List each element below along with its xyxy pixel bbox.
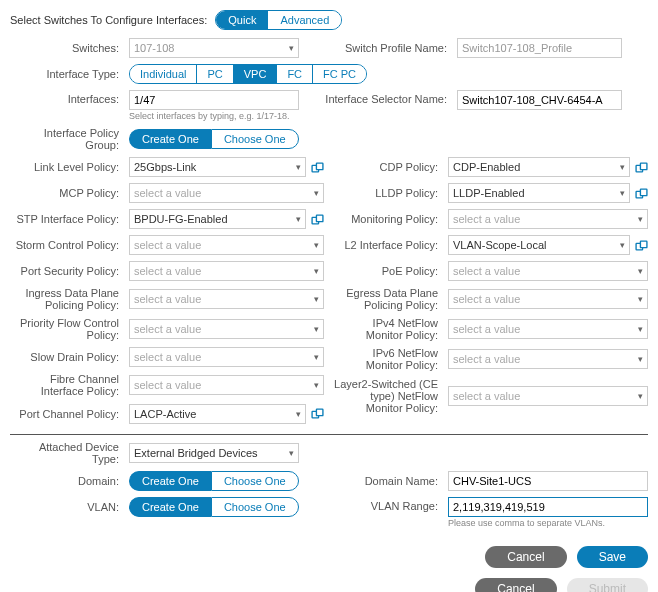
portsec-label: Port Security Policy: <box>10 265 125 277</box>
switches-select[interactable]: 107-108▾ <box>129 38 299 58</box>
egress-label: Egress Data Plane Policing Policy: <box>334 287 444 311</box>
l2nf-select[interactable]: select a value▾ <box>448 386 648 406</box>
chevron-down-icon: ▾ <box>314 380 319 390</box>
mode-advanced[interactable]: Advanced <box>268 11 341 29</box>
monitoring-label: Monitoring Policy: <box>334 213 444 225</box>
domain-choose-one[interactable]: Choose One <box>211 471 299 491</box>
monitoring-select[interactable]: select a value▾ <box>448 209 648 229</box>
chevron-down-icon: ▾ <box>314 188 319 198</box>
link-icon[interactable] <box>310 160 324 174</box>
interfaces-label: Interfaces: <box>10 90 125 105</box>
placeholder-text: select a value <box>134 293 201 305</box>
chevron-down-icon: ▾ <box>314 324 319 334</box>
link-icon[interactable] <box>310 407 324 421</box>
interfaces-input[interactable] <box>129 90 299 110</box>
ipv4nf-select[interactable]: select a value▾ <box>448 319 648 339</box>
devtype-label: Attached Device Type: <box>10 441 125 465</box>
devtype-select[interactable]: External Bridged Devices▾ <box>129 443 299 463</box>
placeholder-text: select a value <box>134 379 201 391</box>
chevron-down-icon: ▾ <box>638 214 643 224</box>
lldp-select[interactable]: LLDP-Enabled▾ <box>448 183 630 203</box>
vlan-create-one[interactable]: Create One <box>129 497 211 517</box>
mode-toggle[interactable]: Quick Advanced <box>215 10 342 30</box>
chevron-down-icon: ▾ <box>314 240 319 250</box>
devtype-value: External Bridged Devices <box>134 447 258 459</box>
l2-select[interactable]: VLAN-Scope-Local▾ <box>448 235 630 255</box>
vlan-range-label: VLAN Range: <box>334 497 444 512</box>
link-level-label: Link Level Policy: <box>10 161 125 173</box>
portchannel-select[interactable]: LACP-Active▾ <box>129 404 306 424</box>
ingress-label: Ingress Data Plane Policing Policy: <box>10 287 125 311</box>
chevron-down-icon: ▾ <box>289 43 294 53</box>
placeholder-text: select a value <box>453 213 520 225</box>
ipg-label: Interface Policy Group: <box>10 127 125 151</box>
svg-rect-9 <box>640 189 647 196</box>
ipv4nf-label: IPv4 NetFlow Monitor Policy: <box>334 317 444 341</box>
mcp-select[interactable]: select a value▾ <box>129 183 324 203</box>
poe-select[interactable]: select a value▾ <box>448 261 648 281</box>
header-title: Select Switches To Configure Interfaces: <box>10 14 207 26</box>
cdp-label: CDP Policy: <box>334 161 444 173</box>
ipg-choose-one[interactable]: Choose One <box>211 129 299 149</box>
domain-label: Domain: <box>10 475 125 487</box>
stp-label: STP Interface Policy: <box>10 213 125 225</box>
poe-label: PoE Policy: <box>334 265 444 277</box>
iftype-individual[interactable]: Individual <box>130 65 197 83</box>
vlan-range-input[interactable] <box>448 497 648 517</box>
fc-select[interactable]: select a value▾ <box>129 375 324 395</box>
iftype-vpc[interactable]: VPC <box>234 65 278 83</box>
portchannel-label: Port Channel Policy: <box>10 408 125 420</box>
chevron-down-icon: ▾ <box>314 266 319 276</box>
portchannel-value: LACP-Active <box>134 408 196 420</box>
ipg-create-one[interactable]: Create One <box>129 129 211 149</box>
pfc-select[interactable]: select a value▾ <box>129 319 324 339</box>
cdp-value: CDP-Enabled <box>453 161 520 173</box>
cdp-select[interactable]: CDP-Enabled▾ <box>448 157 630 177</box>
lldp-label: LLDP Policy: <box>334 187 444 199</box>
inner-cancel-button[interactable]: Cancel <box>485 546 566 568</box>
storm-label: Storm Control Policy: <box>10 239 125 251</box>
chevron-down-icon: ▾ <box>620 188 625 198</box>
link-icon[interactable] <box>634 238 648 252</box>
chevron-down-icon: ▾ <box>314 294 319 304</box>
iftype-fcpc[interactable]: FC PC <box>313 65 366 83</box>
placeholder-text: select a value <box>134 323 201 335</box>
chevron-down-icon: ▾ <box>314 352 319 362</box>
placeholder-text: select a value <box>453 353 520 365</box>
stp-select[interactable]: BPDU-FG-Enabled▾ <box>129 209 306 229</box>
save-button[interactable]: Save <box>577 546 648 568</box>
placeholder-text: select a value <box>134 239 201 251</box>
link-level-select[interactable]: 25Gbps-Link▾ <box>129 157 306 177</box>
vlan-label: VLAN: <box>10 501 125 513</box>
lldp-value: LLDP-Enabled <box>453 187 525 199</box>
domain-name-input[interactable] <box>448 471 648 491</box>
mcp-label: MCP Policy: <box>10 187 125 199</box>
iftype-segmented[interactable]: Individual PC VPC FC FC PC <box>129 64 367 84</box>
chevron-down-icon: ▾ <box>620 240 625 250</box>
placeholder-text: select a value <box>134 351 201 363</box>
iftype-pc[interactable]: PC <box>197 65 233 83</box>
ifsel-input[interactable] <box>457 90 622 110</box>
ingress-select[interactable]: select a value▾ <box>129 289 324 309</box>
vlan-choose-one[interactable]: Choose One <box>211 497 299 517</box>
link-icon[interactable] <box>634 186 648 200</box>
link-icon[interactable] <box>310 212 324 226</box>
outer-cancel-button[interactable]: Cancel <box>475 578 556 592</box>
chevron-down-icon: ▾ <box>620 162 625 172</box>
iftype-fc[interactable]: FC <box>277 65 313 83</box>
link-icon[interactable] <box>634 160 648 174</box>
slowdrain-select[interactable]: select a value▾ <box>129 347 324 367</box>
mode-quick[interactable]: Quick <box>216 11 268 29</box>
svg-rect-5 <box>316 409 323 416</box>
l2-value: VLAN-Scope-Local <box>453 239 547 251</box>
domain-create-one[interactable]: Create One <box>129 471 211 491</box>
ipv6nf-select[interactable]: select a value▾ <box>448 349 648 369</box>
placeholder-text: select a value <box>134 187 201 199</box>
profile-input[interactable] <box>457 38 622 58</box>
chevron-down-icon: ▾ <box>638 354 643 364</box>
placeholder-text: select a value <box>453 265 520 277</box>
pfc-label: Priority Flow Control Policy: <box>10 317 125 341</box>
egress-select[interactable]: select a value▾ <box>448 289 648 309</box>
portsec-select[interactable]: select a value▾ <box>129 261 324 281</box>
storm-select[interactable]: select a value▾ <box>129 235 324 255</box>
